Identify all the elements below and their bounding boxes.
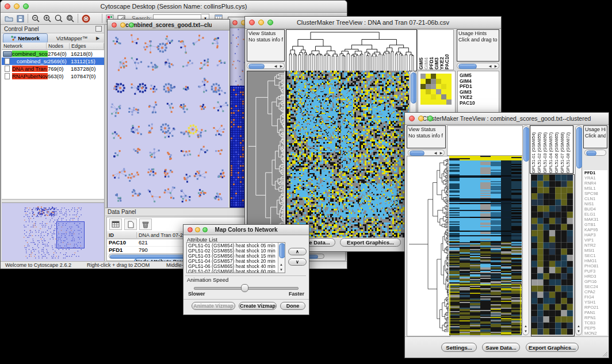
gene-label[interactable]: HMG1: [584, 258, 607, 263]
network-canvas[interactable]: [108, 30, 228, 209]
new-attribute-icon[interactable]: [124, 219, 137, 230]
gene-label[interactable]: VIP1: [584, 237, 607, 243]
close-button[interactable]: [249, 20, 255, 25]
tv2-save-data-button[interactable]: Save Data...: [482, 343, 520, 352]
network-row[interactable]: combined_sco2569(6)13112(15): [2, 58, 104, 65]
tv2-heatmap-vscrollbar[interactable]: ▲▼: [522, 125, 529, 335]
tv2-heatmap[interactable]: [449, 156, 522, 335]
tv2-col-label[interactable]: GPL51-01 (GSM854): [531, 132, 537, 173]
gene-label[interactable]: MON2: [584, 331, 607, 335]
gene-label[interactable]: GTB1: [584, 222, 607, 227]
minimize-button[interactable]: [418, 116, 424, 121]
move-down-button[interactable]: ∨: [288, 258, 307, 266]
close-button[interactable]: [5, 3, 10, 9]
tv2-col-label[interactable]: GPL51-07 (GSM868): [560, 132, 565, 173]
tab-network[interactable]: Network: [3, 33, 48, 43]
minimize-button[interactable]: [14, 3, 20, 9]
minimize-button[interactable]: [195, 227, 200, 232]
tv2-zoom-heatmap[interactable]: [531, 175, 573, 335]
attribute-list-item[interactable]: GPL51-07 (GSM868) heat shock 60 min: [188, 269, 284, 273]
animate-vizmap-button[interactable]: Animate Vizmap: [192, 302, 235, 310]
birdseye-viewport-rect[interactable]: [56, 221, 85, 248]
attribute-list-scrollbar[interactable]: ▲▼: [278, 243, 285, 273]
tv2-col-label[interactable]: GPL51-08 (GSM872): [565, 132, 571, 173]
attribute-listbox[interactable]: GPL51-01 (GSM854) heat shock 05 minGPL51…: [186, 242, 285, 273]
tv1-col-label[interactable]: PAC10: [445, 54, 450, 70]
tv2-col-label[interactable]: GPL51-02 (GSM855): [537, 132, 542, 173]
tv2-zoom-vscrollbar[interactable]: ▲▼: [575, 125, 582, 335]
zoom-button[interactable]: [23, 3, 29, 9]
gene-label[interactable]: RPN1: [584, 315, 607, 320]
birdseye-panel[interactable]: [2, 202, 104, 262]
gene-label[interactable]: PEP5: [584, 325, 607, 331]
birdseye-canvas[interactable]: [2, 203, 103, 261]
gene-label[interactable]: SPC98: [584, 191, 607, 196]
network-row[interactable]: RNAPuberNov2+563(0)107847(0): [2, 72, 104, 80]
tv1-heatmap[interactable]: [287, 71, 409, 237]
delete-attribute-icon[interactable]: [139, 219, 152, 230]
gene-label[interactable]: SEC24: [584, 284, 607, 289]
tv2-viewstatus-scrollbar[interactable]: ◀▶: [408, 150, 445, 156]
gene-label[interactable]: NTR2: [584, 243, 607, 248]
resize-grip[interactable]: [602, 351, 608, 357]
move-up-button[interactable]: ∧: [288, 248, 307, 255]
zoom-out-icon[interactable]: [30, 13, 41, 24]
tv2-usage-scrollbar[interactable]: [584, 150, 606, 156]
close-button[interactable]: [409, 116, 415, 121]
close-button[interactable]: [188, 227, 193, 232]
network-row[interactable]: DNA and Tran 07769(0)183728(0): [2, 65, 104, 72]
open-folder-icon[interactable]: [3, 13, 14, 24]
gene-label[interactable]: CLN1: [584, 196, 607, 201]
gene-label[interactable]: PHO81: [584, 263, 607, 269]
gene-label[interactable]: HAP3: [584, 232, 607, 237]
gene-label[interactable]: FIG4: [584, 294, 607, 300]
zoom-button[interactable]: [427, 116, 433, 121]
gene-label[interactable]: MSL1: [584, 186, 607, 191]
gene-label[interactable]: PFD1: [584, 170, 607, 175]
tv2-export-graphics-button[interactable]: Export Graphics...: [526, 343, 579, 352]
zoom-selected-icon[interactable]: [64, 13, 76, 24]
float-panel-icon[interactable]: [95, 26, 102, 32]
close-button[interactable]: [232, 20, 238, 25]
help-lifering-icon[interactable]: [80, 13, 91, 24]
tv2-row-dendrogram[interactable]: [407, 156, 449, 335]
tv1-row-label[interactable]: PAC10: [460, 101, 499, 106]
gene-label[interactable]: PAN1: [584, 310, 607, 315]
tv2-settings-button[interactable]: Settings...: [441, 343, 477, 352]
done-button[interactable]: Done: [280, 302, 305, 310]
zoom-button[interactable]: [267, 20, 273, 25]
tv1-row-dendrogram[interactable]: [247, 71, 284, 237]
attribute-table-icon[interactable]: [109, 219, 122, 230]
gene-label[interactable]: TCB3: [584, 320, 607, 325]
gene-label[interactable]: CPA2: [584, 289, 607, 294]
minimize-button[interactable]: [120, 22, 125, 28]
zoom-in-icon[interactable]: [41, 13, 53, 24]
zoom-button[interactable]: [202, 227, 208, 232]
gene-label[interactable]: MSI1: [584, 248, 607, 253]
tv1-top-dendrogram[interactable]: [286, 30, 416, 71]
gene-label[interactable]: KAP95: [584, 227, 607, 232]
gene-label[interactable]: YRA1: [584, 175, 607, 181]
minimize-button[interactable]: [258, 20, 264, 25]
gene-label[interactable]: NIS1: [584, 201, 607, 206]
gene-label[interactable]: RNR4: [584, 181, 607, 186]
network-row[interactable]: combined_scores2764(0)16218(0): [2, 50, 104, 58]
tab-overflow-arrow[interactable]: ▶: [96, 36, 104, 41]
gene-label[interactable]: HRD3: [584, 274, 607, 279]
gene-label[interactable]: RPO21: [584, 305, 607, 310]
save-icon[interactable]: [14, 13, 26, 24]
gene-label[interactable]: BUD4: [584, 206, 607, 212]
tv1-viewstatus-scrollbar[interactable]: ◀▶: [247, 63, 285, 69]
gene-label[interactable]: SEC1: [584, 253, 607, 258]
gene-label[interactable]: ELG1: [584, 212, 607, 217]
gene-label[interactable]: GPI16: [584, 279, 607, 284]
animation-slider-thumb[interactable]: [241, 284, 248, 292]
close-button[interactable]: [112, 22, 117, 28]
zoom-fit-icon[interactable]: [53, 13, 64, 24]
tv1-export-graphics-button[interactable]: Export Graphics...: [340, 238, 401, 247]
zoom-button[interactable]: [129, 22, 134, 28]
tv2-col-label[interactable]: GPL51-04 (GSM857): [548, 132, 554, 173]
tv2-col-label[interactable]: GPL51-03 (GSM856): [542, 132, 548, 173]
gene-label[interactable]: PUF3: [584, 269, 607, 274]
create-vizmap-button[interactable]: Create Vizmap: [239, 302, 277, 310]
